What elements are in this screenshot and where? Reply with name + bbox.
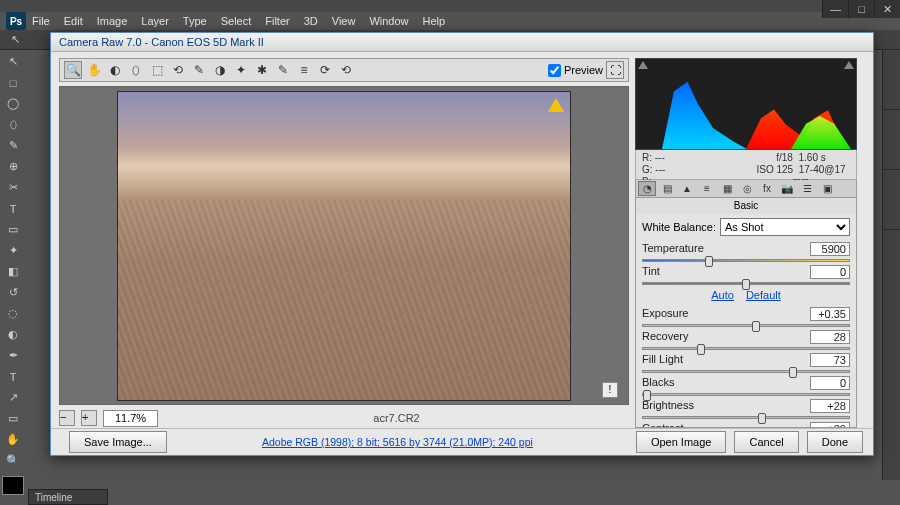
menu-type[interactable]: Type — [183, 15, 207, 27]
shadow-clip-icon[interactable] — [638, 61, 648, 69]
slider-thumb[interactable] — [789, 367, 797, 378]
open-image-button[interactable]: Open Image — [636, 431, 727, 453]
slider-track[interactable] — [642, 324, 850, 327]
tab-basic-icon[interactable]: ◔ — [638, 181, 656, 196]
window-minimize-button[interactable]: — — [822, 0, 848, 18]
lasso-tool-icon[interactable]: ◯ — [2, 94, 24, 113]
menu-window[interactable]: Window — [369, 15, 408, 27]
menu-edit[interactable]: Edit — [64, 15, 83, 27]
slider-value[interactable]: 5900 — [810, 242, 850, 256]
path-tool-icon[interactable]: ↗ — [2, 388, 24, 407]
menu-select[interactable]: Select — [221, 15, 252, 27]
acr-crop-icon[interactable]: ⟲ — [169, 61, 187, 79]
eraser-tool-icon[interactable]: ◧ — [2, 262, 24, 281]
info-button[interactable]: ! — [602, 382, 618, 398]
menu-view[interactable]: View — [332, 15, 356, 27]
timeline-panel-tab[interactable]: Timeline — [28, 489, 108, 505]
menu-3d[interactable]: 3D — [304, 15, 318, 27]
acr-zoom-icon[interactable]: 🔍 — [64, 61, 82, 79]
acr-redeye-icon[interactable]: ✦ — [232, 61, 250, 79]
stamp-tool-icon[interactable]: ▭ — [2, 220, 24, 239]
zoom-in-button[interactable]: + — [81, 410, 97, 426]
acr-toolbar[interactable]: 🔍 ✋ ◐ ⬯ ⬚ ⟲ ✎ ◑ ✦ ✱ ✎ ≡ ⟳ ⟲ Preview ⛶ — [59, 58, 629, 82]
menu-layer[interactable]: Layer — [141, 15, 169, 27]
menu-file[interactable]: File — [32, 15, 50, 27]
slider-value[interactable]: 28 — [810, 330, 850, 344]
pen-tool-icon[interactable]: ✒ — [2, 346, 24, 365]
tab-fx-icon[interactable]: fx — [758, 181, 776, 196]
slider-value[interactable]: 0 — [810, 265, 850, 279]
tab-curve-icon[interactable]: ▤ — [658, 181, 676, 196]
slider-thumb[interactable] — [643, 390, 651, 401]
tab-detail-icon[interactable]: ▲ — [678, 181, 696, 196]
eyedropper-tool-icon[interactable]: ⊕ — [2, 157, 24, 176]
workflow-link[interactable]: Adobe RGB (1998); 8 bit; 5616 by 3744 (2… — [262, 436, 533, 448]
gradient-tool-icon[interactable]: ↺ — [2, 283, 24, 302]
window-maximize-button[interactable]: □ — [848, 0, 874, 18]
tab-split-icon[interactable]: ▦ — [718, 181, 736, 196]
wb-select[interactable]: As Shot — [720, 218, 850, 236]
tab-lens-icon[interactable]: ◎ — [738, 181, 756, 196]
slider-track[interactable] — [642, 393, 850, 396]
done-button[interactable]: Done — [807, 431, 863, 453]
tool-palette[interactable]: ↖ □ ◯ ⬯ ✎ ⊕ ✂ T ▭ ✦ ◧ ↺ ◌ ◐ ✒ T ↗ ▭ ✋ 🔍 — [0, 50, 26, 495]
save-image-button[interactable]: Save Image... — [69, 431, 167, 453]
fullscreen-button[interactable]: ⛶ — [606, 61, 624, 79]
tab-snapshots-icon[interactable]: ▣ — [818, 181, 836, 196]
acr-wb-icon[interactable]: ◐ — [106, 61, 124, 79]
slider-thumb[interactable] — [742, 279, 750, 290]
move-tool-icon[interactable]: ↖ — [2, 52, 24, 71]
shape-tool-icon[interactable]: ▭ — [2, 409, 24, 428]
slider-track[interactable] — [642, 282, 850, 285]
zoom-field[interactable]: 11.7% — [103, 410, 158, 427]
acr-straighten-icon[interactable]: ✎ — [190, 61, 208, 79]
slider-thumb[interactable] — [758, 413, 766, 424]
tab-presets-icon[interactable]: ☰ — [798, 181, 816, 196]
tab-camera-icon[interactable]: 📷 — [778, 181, 796, 196]
cancel-button[interactable]: Cancel — [734, 431, 798, 453]
highlight-clip-icon[interactable] — [844, 61, 854, 69]
slider-thumb[interactable] — [752, 321, 760, 332]
marquee-tool-icon[interactable]: □ — [2, 73, 24, 92]
history-brush-icon[interactable]: ✦ — [2, 241, 24, 260]
image-preview[interactable]: ! — [59, 86, 629, 405]
menu-help[interactable]: Help — [423, 15, 446, 27]
histogram[interactable] — [635, 58, 857, 150]
menu-filter[interactable]: Filter — [265, 15, 289, 27]
heal-tool-icon[interactable]: ✂ — [2, 178, 24, 197]
acr-target-adjust-icon[interactable]: ⬚ — [148, 61, 166, 79]
acr-rotate-ccw-icon[interactable]: ⟳ — [316, 61, 334, 79]
acr-hand-icon[interactable]: ✋ — [85, 61, 103, 79]
default-link[interactable]: Default — [746, 289, 781, 301]
slider-value[interactable]: 73 — [810, 353, 850, 367]
menu-image[interactable]: Image — [97, 15, 128, 27]
slider-track[interactable] — [642, 347, 850, 350]
slider-value[interactable]: +0.35 — [810, 307, 850, 321]
preview-checkbox[interactable]: Preview — [548, 64, 603, 77]
wand-tool-icon[interactable]: ⬯ — [2, 115, 24, 134]
auto-link[interactable]: Auto — [711, 289, 734, 301]
menu-bar[interactable]: Ps File Edit Image Layer Type Select Fil… — [0, 12, 900, 30]
acr-rotate-cw-icon[interactable]: ⟲ — [337, 61, 355, 79]
slider-thumb[interactable] — [705, 256, 713, 267]
acr-graduated-icon[interactable]: ✎ — [274, 61, 292, 79]
color-swatches[interactable] — [2, 476, 24, 495]
panel-dock[interactable] — [882, 50, 900, 480]
acr-color-sampler-icon[interactable]: ⬯ — [127, 61, 145, 79]
acr-prefs-icon[interactable]: ≡ — [295, 61, 313, 79]
slider-track[interactable] — [642, 416, 850, 419]
zoom-out-button[interactable]: − — [59, 410, 75, 426]
slider-thumb[interactable] — [697, 344, 705, 355]
slider-value[interactable]: 0 — [810, 376, 850, 390]
zoom-tool-icon[interactable]: 🔍 — [2, 451, 24, 470]
crop-tool-icon[interactable]: ✎ — [2, 136, 24, 155]
hand-tool-icon[interactable]: ✋ — [2, 430, 24, 449]
slider-track[interactable] — [642, 370, 850, 373]
brush-tool-icon[interactable]: T — [2, 199, 24, 218]
dodge-tool-icon[interactable]: ◐ — [2, 325, 24, 344]
acr-adjust-brush-icon[interactable]: ✱ — [253, 61, 271, 79]
slider-track[interactable] — [642, 259, 850, 262]
tab-hsl-icon[interactable]: ≡ — [698, 181, 716, 196]
slider-value[interactable]: +28 — [810, 399, 850, 413]
type-tool-icon[interactable]: T — [2, 367, 24, 386]
